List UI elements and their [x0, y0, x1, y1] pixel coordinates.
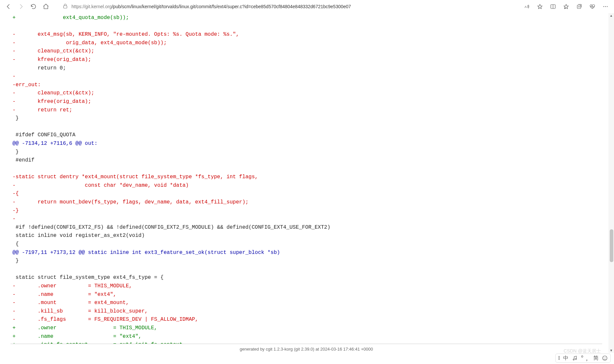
cgit-footer: generated by cgit 1.2.3-korg (git 2.39.0…	[10, 344, 602, 353]
diff-line: #ifdef CONFIG_QUOTA	[12, 132, 75, 138]
diff-line: #if !defined(CONFIG_EXT2_FS) && !defined…	[12, 224, 330, 230]
content-area: + ext4_quota_mode(sb)); - ext4_msg(sb, K…	[5, 13, 608, 353]
address-bar[interactable]: https://git.kernel.org/pub/scm/linux/ker…	[58, 1, 517, 12]
diff-line: - .fs_flags = FS_REQUIRES_DEV | FS_ALLOW…	[12, 316, 198, 322]
diff-line: - ext4_msg(sb, KERN_INFO, "re-mounted. O…	[12, 31, 239, 37]
diff-line: + .owner = THIS_MODULE,	[12, 325, 157, 331]
diff-line: - kfree(orig_data);	[12, 57, 91, 63]
scroll-up-icon[interactable]: ▲	[608, 14, 614, 17]
ime-script-simplified[interactable]: 简	[593, 355, 599, 362]
read-aloud-button[interactable]: A	[521, 1, 533, 12]
svg-point-7	[573, 359, 574, 360]
svg-rect-0	[64, 6, 67, 8]
browser-top-bar: https://git.kernel.org/pub/scm/linux/ker…	[0, 0, 614, 13]
ime-cursor-icon[interactable]: I	[558, 355, 560, 361]
scrollbar-thumb[interactable]	[610, 229, 613, 262]
star-icon	[537, 4, 543, 10]
diff-line: -err_out:	[12, 82, 41, 88]
ime-lang-chinese[interactable]: 中	[563, 355, 568, 362]
svg-point-11	[605, 357, 606, 358]
lock-icon	[62, 3, 68, 10]
browser-right-controls: A	[521, 1, 611, 12]
diff-line: - kfree(orig_data);	[12, 99, 91, 105]
diff-line: -static struct dentry *ext4_mount(struct…	[12, 174, 258, 180]
diff-line: @@ -7197,11 +7173,12 @@ static inline in…	[12, 250, 280, 256]
diff-line: - return ret;	[12, 107, 72, 113]
diff-line: static inline void register_as_ext2(void…	[12, 233, 145, 239]
collections-icon	[576, 4, 582, 10]
ime-toolbar: I 中 °， 简	[555, 354, 611, 363]
svg-point-6	[607, 6, 607, 7]
diff-line: -{	[12, 191, 19, 197]
home-icon	[43, 3, 49, 10]
diff-line: - cleanup_ctx(&ctx);	[12, 90, 94, 96]
favorites-list-icon	[563, 4, 569, 10]
forward-button[interactable]	[15, 1, 27, 12]
split-screen-icon	[550, 4, 556, 10]
diff-line: + .name = "ext4",	[12, 334, 142, 339]
favorites-list-button[interactable]	[560, 1, 572, 12]
page-viewport: + ext4_quota_mode(sb)); - ext4_msg(sb, K…	[0, 13, 614, 353]
refresh-button[interactable]	[28, 1, 39, 12]
vertical-scrollbar[interactable]: ▲ ▼	[608, 13, 614, 353]
diff-line: @@ -7134,12 +7116,6 @@ out:	[12, 141, 97, 146]
svg-point-10	[604, 357, 604, 358]
diff-line	[12, 124, 16, 130]
collections-button[interactable]	[573, 1, 585, 12]
diff-line: -	[12, 73, 16, 79]
footer-text: generated by cgit 1.2.3-korg (git 2.39.0…	[240, 347, 373, 352]
diff-line: - const char *dev_name, void *data)	[12, 182, 189, 188]
arrow-right-icon	[18, 3, 24, 10]
diff-line: - orig_data, ext4_quota_mode(sb));	[12, 40, 167, 46]
back-button[interactable]	[3, 1, 14, 12]
diff-line: }	[12, 149, 19, 155]
heart-pulse-icon	[589, 4, 595, 10]
wellness-button[interactable]	[586, 1, 598, 12]
svg-point-8	[575, 358, 577, 360]
diff-view[interactable]: + ext4_quota_mode(sb)); - ext4_msg(sb, K…	[5, 13, 608, 353]
svg-point-4	[604, 6, 604, 7]
diff-line: return 0;	[12, 65, 66, 71]
diff-line: - return mount_bdev(fs_type, flags, dev_…	[12, 199, 248, 205]
url-text: https://git.kernel.org/pub/scm/linux/ker…	[71, 4, 351, 9]
diff-line: {	[12, 241, 19, 247]
diff-line: static struct file_system_type ext4_fs_t…	[12, 275, 164, 280]
diff-line: + ext4_quota_mode(sb));	[12, 15, 129, 21]
split-screen-button[interactable]	[547, 1, 559, 12]
more-button[interactable]	[600, 1, 611, 12]
svg-point-5	[605, 6, 606, 7]
read-aloud-icon: A	[524, 4, 530, 10]
watermark: CSDN @蓝天居士	[564, 348, 601, 354]
diff-line: - .name = "ext4",	[12, 292, 116, 297]
diff-line: }	[12, 115, 19, 121]
diff-line: -	[12, 216, 16, 222]
diff-line	[12, 166, 16, 172]
diff-line	[12, 23, 16, 29]
diff-line: }	[12, 258, 19, 264]
svg-text:A: A	[525, 5, 527, 9]
diff-line: - .kill_sb = kill_block_super,	[12, 308, 148, 314]
ellipsis-icon	[603, 4, 608, 10]
diff-line: #endif	[12, 157, 34, 163]
home-button[interactable]	[40, 1, 52, 12]
ime-music-icon[interactable]	[572, 355, 578, 361]
diff-line: -}	[12, 208, 19, 214]
arrow-left-icon	[5, 3, 12, 10]
svg-point-9	[603, 356, 607, 360]
diff-line: - .owner = THIS_MODULE,	[12, 283, 132, 289]
ime-punct-icon[interactable]: °，	[581, 354, 590, 363]
scroll-down-icon[interactable]: ▼	[608, 349, 614, 352]
favorite-button[interactable]	[534, 1, 546, 12]
ime-emoji-icon[interactable]	[602, 355, 608, 361]
refresh-icon	[30, 3, 37, 10]
diff-line	[12, 266, 16, 272]
diff-line: - cleanup_ctx(&ctx);	[12, 48, 94, 54]
diff-line: - .mount = ext4_mount,	[12, 300, 129, 306]
